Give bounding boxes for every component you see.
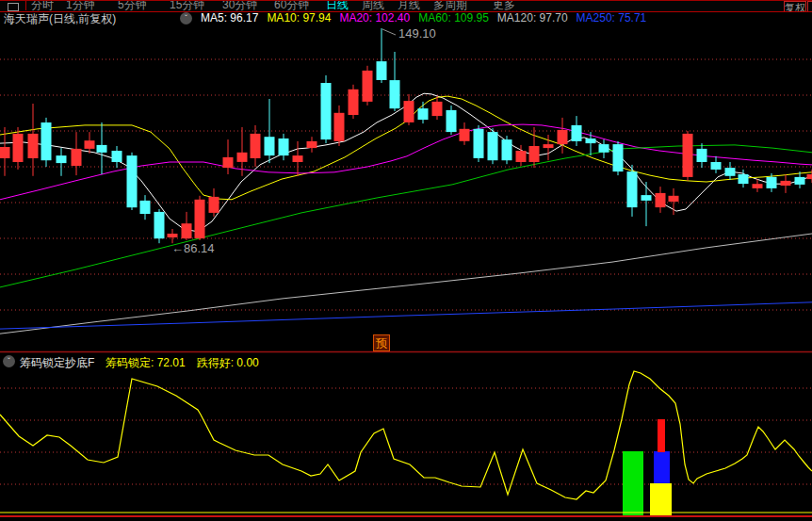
period-tab-5分钟[interactable]: 5分钟 (118, 0, 147, 12)
app-window: 分时1分钟5分钟15分钟30分钟60分钟日线周线月线多周期更多 复权 海天瑞声(… (0, 0, 812, 521)
ma-label: MA20: 102.40 (339, 11, 410, 24)
indicator-header: ˇ 筹码锁定抄底F 筹码锁定: 72.01跌得好: 0.00 (0, 355, 812, 369)
period-tab-30分钟[interactable]: 30分钟 (222, 0, 257, 12)
ma-label: MA250: 75.71 (577, 11, 647, 24)
indicator-value-label: 跌得好: 0.00 (197, 356, 259, 369)
topbar-button-edge[interactable] (807, 1, 812, 12)
topbar-button-复权[interactable]: 复权 (784, 1, 806, 12)
period-tab-分时[interactable]: 分时 (31, 0, 54, 12)
period-tab-1分钟[interactable]: 1分钟 (66, 0, 95, 12)
period-tab-更多[interactable]: 更多 (493, 0, 515, 12)
ma-label: MA120: 97.70 (497, 11, 568, 24)
low-price-label: ←86.14 (171, 241, 215, 255)
ma-legend: MA5: 96.17MA10: 97.94MA20: 102.40MA60: 1… (201, 11, 655, 24)
period-tab-15分钟[interactable]: 15分钟 (170, 0, 204, 12)
period-tab-周线[interactable]: 周线 (362, 0, 384, 12)
ma-label: MA10: 97.94 (267, 11, 331, 24)
stock-title: 海天瑞声(日线,前复权) (4, 11, 116, 27)
grid-glyph (8, 3, 19, 11)
main-chart-header: 海天瑞声(日线,前复权) ˇ MA5: 96.17MA10: 97.94MA20… (0, 11, 812, 26)
period-tab-60分钟[interactable]: 60分钟 (274, 0, 309, 12)
high-price-label: 149.10 (398, 26, 436, 41)
forecast-badge[interactable]: 预 (373, 334, 390, 351)
ma-label: MA60: 109.95 (418, 11, 489, 24)
chevron-down-icon[interactable]: ˇ (3, 355, 15, 367)
indicator-title: 筹码锁定抄底F (20, 355, 94, 371)
indicator-values: 筹码锁定: 72.01跌得好: 0.00 (106, 355, 270, 371)
menu-grid-icon[interactable] (0, 1, 26, 10)
chart-canvas[interactable] (0, 0, 812, 521)
period-tab-月线[interactable]: 月线 (398, 0, 420, 12)
indicator-value-label: 筹码锁定: 72.01 (106, 356, 186, 369)
period-tab-多周期[interactable]: 多周期 (433, 0, 467, 12)
ma-label: MA5: 96.17 (201, 11, 258, 24)
period-tab-日线[interactable]: 日线 (326, 0, 349, 12)
top-menu-bar: 分时1分钟5分钟15分钟30分钟60分钟日线周线月线多周期更多 复权 (0, 0, 812, 12)
chevron-down-icon[interactable]: ˇ (180, 12, 192, 24)
